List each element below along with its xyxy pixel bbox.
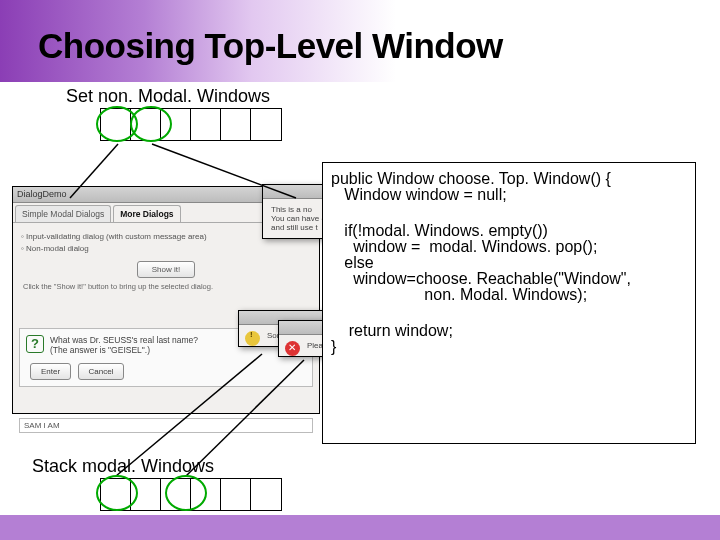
question-icon: ? [26,335,44,353]
highlight-oval [96,475,138,511]
code-line-10: return window; [331,323,687,339]
highlight-oval [130,106,172,142]
cancel-button[interactable]: Cancel [78,363,125,380]
show-it-button[interactable]: Show it! [137,261,195,278]
code-line-4: if(!modal. Windows. empty()) [331,223,687,239]
code-line-11: } [331,339,687,355]
code-line-2: Window window = null; [331,187,687,203]
hint-text: Click the "Show it!" button to bring up … [23,282,309,291]
radio-option-1[interactable]: ◦ Non-modal dialog [21,244,311,253]
tab-simple-modal[interactable]: Simple Modal Dialogs [15,205,111,222]
label-modal-stack: Stack modal. Windows [32,456,214,477]
error-icon [285,341,300,356]
enter-button[interactable]: Enter [30,363,71,380]
code-line-1: public Window choose. Top. Window() { [331,171,687,187]
code-box: public Window choose. Top. Window() { Wi… [322,162,696,444]
warning-icon [245,331,260,346]
code-line-5: window = modal. Windows. pop(); [331,239,687,255]
footer-bar [0,515,720,540]
code-line-7: window=choose. Reachable("Window", [331,271,687,287]
code-line-8: non. Modal. Windows); [331,287,687,303]
answer-input[interactable]: SAM I AM [19,418,313,433]
highlight-oval [165,475,207,511]
code-line-6: else [331,255,687,271]
label-nonmodal-windows: Set non. Modal. Windows [66,86,270,107]
slide-title: Choosing Top-Level Window [38,26,503,66]
tab-more-dialogs[interactable]: More Dialogs [113,205,180,222]
